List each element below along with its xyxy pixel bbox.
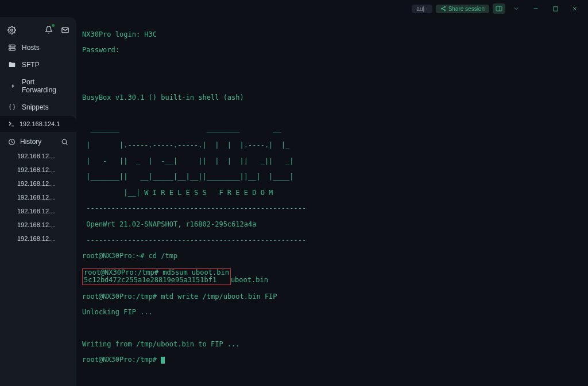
term-ascii: |__| W I R E L E S S F R E E D O M [82,189,586,197]
term-highlighted-line: root@NX30Pro:/tmp# md5sum uboot.bin 5c12… [82,268,586,285]
gear-icon[interactable] [7,25,16,34]
nav-label: Hosts [22,44,40,52]
term-ascii: | - || _ | -__| || | | || _|| _| [82,158,586,166]
history-label: History [20,138,41,146]
term-blank [82,79,586,87]
nav-label: Snippets [22,103,49,111]
svg-point-9 [10,29,13,31]
term-divider: ----------------------------------------… [82,237,586,245]
term-divider: ----------------------------------------… [82,205,586,213]
svg-point-14 [10,49,11,50]
svg-point-1 [441,8,442,9]
bell-icon[interactable] [44,25,53,34]
svg-point-2 [444,10,445,11]
titlebar: au| · Share session [0,0,588,17]
share-session-button[interactable]: Share session [436,5,489,13]
term-prompt-line: root@NX30Pro:~# cd /tmp [82,252,586,260]
history-item[interactable]: 192.168.12… [0,177,76,190]
nav-label: SFTP [22,61,40,69]
term-line: Unlocking FIP ... [82,309,586,317]
term-blank [82,110,586,118]
history-item[interactable]: 192.168.12… [0,204,76,218]
sidebar: Hosts SFTP Port Forwarding Snippets 192.… [0,17,76,386]
window-maximize[interactable] [547,2,564,15]
chevron-down-icon[interactable] [508,2,525,15]
mail-icon[interactable] [60,25,69,34]
nav-hosts[interactable]: Hosts [0,39,76,56]
share-icon [440,6,446,11]
svg-line-18 [66,143,67,145]
braces-icon [8,103,16,111]
history-icon [8,138,16,146]
term-prompt-line: root@NX30Pro:/tmp# mtd write /tmp/uboot.… [82,293,586,301]
term-ascii: |_______|| __|_____|__|__||________||__|… [82,173,586,181]
terminal-output[interactable]: NX30Pro login: H3C Password: BusyBox v1.… [76,17,588,386]
history-item[interactable]: 192.168.12… [0,190,76,204]
session-label: 192.168.124.1 [20,120,60,127]
active-session-tab[interactable]: 192.168.124.1 [0,116,76,132]
search-icon[interactable] [61,138,68,146]
term-ascii: _______ ________ __ [82,126,586,134]
term-prompt-line: root@NX30Pro:/tmp# [82,356,586,364]
cursor [161,357,165,364]
svg-point-13 [10,46,11,46]
term-line: NX30Pro login: H3C [82,31,586,39]
nav-sftp[interactable]: SFTP [0,56,76,73]
svg-rect-6 [553,6,557,10]
terminal-icon [8,120,15,127]
titlebar-controls: au| · Share session [412,3,505,14]
term-line: Password: [82,46,586,54]
svg-point-0 [444,6,445,7]
history-item[interactable]: 192.168.12… [0,218,76,232]
nav-port-forwarding[interactable]: Port Forwarding [0,73,76,99]
folder-icon [8,61,16,69]
svg-point-17 [62,139,67,144]
window-minimize[interactable] [527,2,544,15]
nav-snippets[interactable]: Snippets [0,99,76,116]
term-line: BusyBox v1.30.1 () built-in shell (ash) [82,94,586,102]
window-close[interactable] [566,2,583,15]
term-line: Writing from /tmp/uboot.bin to FIP ... [82,341,586,349]
svg-rect-3 [496,6,502,11]
layout-toggle[interactable] [493,3,505,14]
main: Hosts SFTP Port Forwarding Snippets 192.… [0,17,588,386]
sidebar-top-icons [0,17,76,39]
history-item[interactable]: 192.168.12… [0,163,76,177]
history-item[interactable]: 192.168.12… [0,149,76,163]
nav-label: Port Forwarding [22,78,68,94]
term-blank [82,63,586,71]
term-blank [82,325,586,333]
share-session-label: Share session [448,6,485,12]
term-ascii: | |.-----.-----.-----.| | | |.----.| |_ [82,142,586,150]
forward-icon [8,82,16,90]
md5-highlight-box: root@NX30Pro:/tmp# md5sum uboot.bin 5c12… [82,268,231,285]
pill-aul[interactable]: au| · [412,5,432,13]
history-item[interactable]: 192.168.12… [0,232,76,245]
hosts-icon [8,44,16,52]
history-header: History [0,132,76,149]
term-line: OpenWrt 21.02-SNAPSHOT, r16802-295c612a4… [82,221,586,229]
